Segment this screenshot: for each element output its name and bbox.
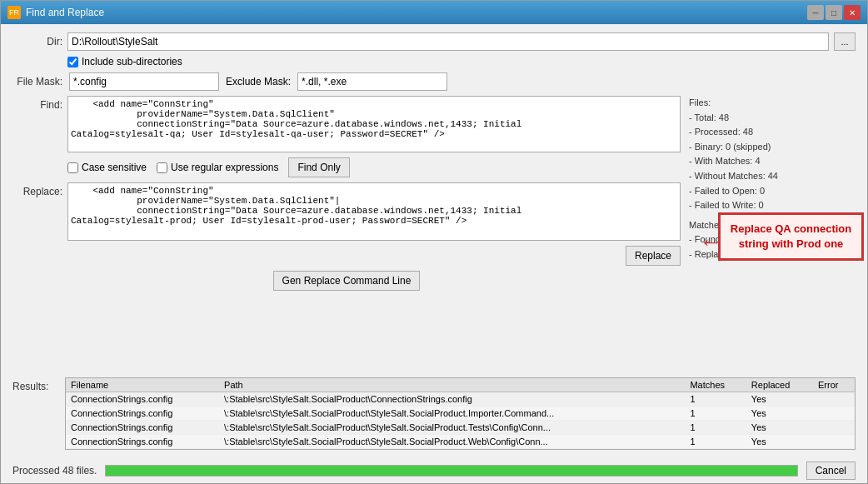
- callout-arrow: ←: [699, 229, 722, 256]
- include-sub-label[interactable]: Include sub-directories: [82, 56, 182, 67]
- cell-replaced: Yes: [746, 435, 813, 449]
- filemask-row: File Mask: Exclude Mask:: [12, 72, 856, 91]
- col-path: Path: [219, 378, 685, 392]
- col-matches: Matches: [685, 378, 746, 392]
- cell-replaced: Yes: [746, 421, 813, 435]
- options-row: Case sensitive Use regular expressions F…: [67, 157, 681, 177]
- results-section: Results: Filename Path Matches Replaced …: [12, 377, 856, 450]
- total-stat: - Total: 48: [689, 111, 856, 126]
- replace-area: Replace:: [12, 182, 681, 241]
- processed-stat: - Processed: 48: [689, 125, 856, 140]
- callout-box: Replace QA connection string with Prod o…: [718, 212, 864, 261]
- results-table: Filename Path Matches Replaced Error Con…: [66, 378, 855, 449]
- dir-label: Dir:: [12, 36, 62, 47]
- cell-path: \:Stable\src\StyleSalt.SocialProduct\Con…: [219, 392, 685, 407]
- app-icon: FR: [7, 6, 21, 19]
- gen-btn-row: Gen Replace Command Line: [12, 271, 681, 291]
- exclude-mask-label: Exclude Mask:: [226, 76, 291, 87]
- replace-buttons-row: Replace: [12, 246, 681, 266]
- dir-row: Dir: ...: [12, 32, 856, 51]
- close-button[interactable]: ✕: [844, 5, 861, 20]
- table-row: ConnectionStrings.config\:Stable\src\Sty…: [66, 392, 855, 407]
- col-filename: Filename: [66, 378, 219, 392]
- binary-stat: - Binary: 0 (skipped): [689, 140, 856, 155]
- main-area: Find: Case sensitive Use regular express…: [12, 96, 856, 369]
- status-bar: Processed 48 files. Cancel: [1, 458, 867, 483]
- case-sensitive-checkbox[interactable]: [67, 162, 78, 173]
- filemask-label: File Mask:: [12, 76, 62, 87]
- status-text: Processed 48 files.: [12, 465, 97, 477]
- right-panel: Files: - Total: 48 - Processed: 48 - Bin…: [689, 96, 856, 369]
- results-table-wrap: Filename Path Matches Replaced Error Con…: [65, 377, 856, 450]
- content-area: Dir: ... Include sub-directories File Ma…: [1, 24, 867, 458]
- with-matches-stat: - With Matches: 4: [689, 154, 856, 169]
- exclude-mask-input[interactable]: [297, 72, 447, 91]
- cell-replaced: Yes: [746, 392, 813, 407]
- table-header-row: Filename Path Matches Replaced Error: [66, 378, 855, 392]
- include-sub-row: Include sub-directories: [67, 56, 856, 67]
- without-matches-stat: - Without Matches: 44: [689, 169, 856, 184]
- cell-filename: ConnectionStrings.config: [66, 392, 219, 407]
- gen-command-button[interactable]: Gen Replace Command Line: [273, 271, 421, 291]
- left-panel: Find: Case sensitive Use regular express…: [12, 96, 681, 369]
- table-row: ConnectionStrings.config\:Stable\src\Sty…: [66, 421, 855, 435]
- include-sub-checkbox[interactable]: [67, 57, 78, 67]
- progress-bar-wrap: [105, 465, 797, 477]
- replace-textarea[interactable]: [67, 182, 681, 241]
- col-error: Error: [813, 378, 855, 392]
- regex-checkbox[interactable]: [157, 162, 167, 173]
- cell-matches: 1: [685, 435, 746, 449]
- cell-replaced: Yes: [746, 407, 813, 421]
- find-area: Find:: [12, 96, 681, 152]
- col-replaced: Replaced: [746, 378, 813, 392]
- find-label: Find:: [12, 96, 62, 111]
- main-window: FR Find and Replace ─ □ ✕ Dir: ... Inclu…: [0, 0, 868, 484]
- minimize-button[interactable]: ─: [807, 5, 824, 20]
- cell-error: [813, 421, 855, 435]
- filemask-input[interactable]: [69, 72, 219, 91]
- cell-filename: ConnectionStrings.config: [66, 435, 219, 449]
- title-bar-left: FR Find and Replace: [7, 6, 104, 19]
- maximize-button[interactable]: □: [826, 5, 842, 20]
- cell-error: [813, 407, 855, 421]
- title-bar: FR Find and Replace ─ □ ✕: [1, 1, 867, 24]
- cell-filename: ConnectionStrings.config: [66, 407, 219, 421]
- cancel-button[interactable]: Cancel: [806, 462, 856, 480]
- regex-label[interactable]: Use regular expressions: [157, 162, 278, 173]
- find-only-button[interactable]: Find Only: [288, 157, 349, 177]
- files-header: Files:: [689, 96, 856, 111]
- cell-matches: 1: [685, 421, 746, 435]
- browse-button[interactable]: ...: [834, 32, 856, 51]
- dir-input[interactable]: [67, 32, 829, 51]
- results-label: Results:: [12, 377, 58, 392]
- cell-filename: ConnectionStrings.config: [66, 421, 219, 435]
- table-row: ConnectionStrings.config\:Stable\src\Sty…: [66, 407, 855, 421]
- table-row: ConnectionStrings.config\:Stable\src\Sty…: [66, 435, 855, 449]
- cell-error: [813, 392, 855, 407]
- cell-matches: 1: [685, 392, 746, 407]
- replace-label: Replace:: [12, 182, 62, 197]
- failed-write-stat: - Failed to Write: 0: [689, 198, 856, 213]
- title-bar-controls: ─ □ ✕: [807, 5, 861, 20]
- failed-open-stat: - Failed to Open: 0: [689, 184, 856, 199]
- cell-path: \:Stable\src\StyleSalt.SocialProduct\Sty…: [219, 421, 685, 435]
- cell-matches: 1: [685, 407, 746, 421]
- progress-bar-fill: [106, 466, 796, 476]
- window-title: Find and Replace: [26, 7, 104, 18]
- case-sensitive-label[interactable]: Case sensitive: [67, 162, 147, 173]
- cell-error: [813, 435, 855, 449]
- cell-path: \:Stable\src\StyleSalt.SocialProduct\Sty…: [219, 407, 685, 421]
- find-textarea[interactable]: [67, 96, 681, 152]
- results-body: ConnectionStrings.config\:Stable\src\Sty…: [66, 392, 855, 449]
- cell-path: \:Stable\src\StyleSalt.SocialProduct\Sty…: [219, 435, 685, 449]
- replace-button[interactable]: Replace: [626, 246, 681, 266]
